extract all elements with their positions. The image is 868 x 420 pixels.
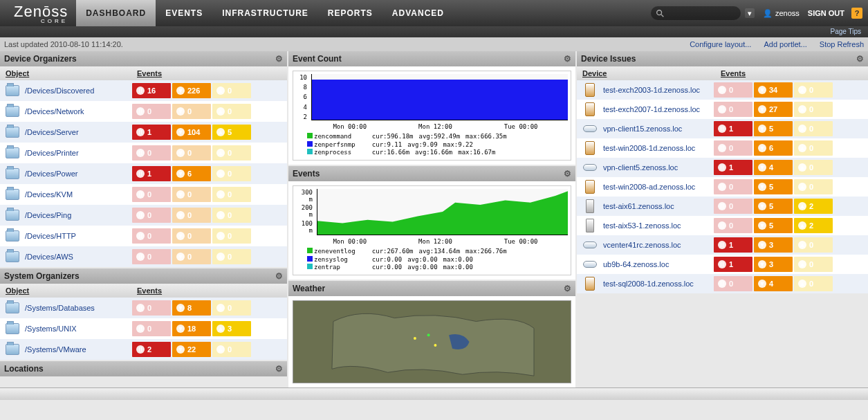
- warning-badge[interactable]: ▲0: [794, 140, 833, 156]
- organizer-link[interactable]: /Devices/Power: [25, 170, 132, 178]
- user-menu[interactable]: 👤 zenoss: [763, 9, 800, 18]
- device-link[interactable]: vpn-client15.zenoss.loc: [603, 125, 714, 133]
- device-link[interactable]: test-exch2007-1d.zenoss.loc: [603, 105, 714, 113]
- error-badge[interactable]: ▼4: [754, 160, 793, 175]
- gear-icon[interactable]: ⚙: [564, 54, 571, 64]
- critical-badge[interactable]: !!0: [132, 187, 171, 202]
- nav-events[interactable]: EVENTS: [156, 0, 212, 26]
- warning-badge[interactable]: ▲0: [212, 166, 251, 181]
- search-dropdown[interactable]: ▾: [745, 8, 755, 18]
- organizer-link[interactable]: /Devices/HTTP: [25, 232, 132, 240]
- signout-link[interactable]: SIGN OUT: [808, 9, 844, 17]
- warning-badge[interactable]: ▲0: [794, 257, 833, 272]
- warning-badge[interactable]: ▲5: [212, 125, 251, 140]
- organizer-link[interactable]: /Systems/Databases: [25, 304, 132, 312]
- error-badge[interactable]: ▼5: [754, 199, 793, 214]
- warning-badge[interactable]: ▲0: [212, 83, 251, 98]
- critical-badge[interactable]: !!0: [132, 249, 171, 264]
- error-badge[interactable]: ▼6: [172, 166, 211, 181]
- critical-badge[interactable]: !!1: [714, 121, 752, 136]
- error-badge[interactable]: ▼4: [754, 276, 793, 291]
- organizer-link[interactable]: /Devices/KVM: [25, 190, 132, 199]
- error-badge[interactable]: ▼0: [172, 208, 211, 223]
- warning-badge[interactable]: ▲0: [794, 179, 833, 194]
- critical-badge[interactable]: !!0: [132, 228, 171, 244]
- col-events[interactable]: Events: [137, 69, 162, 77]
- organizer-link[interactable]: /Devices/Server: [25, 128, 132, 136]
- warning-badge[interactable]: ▲0: [794, 82, 833, 98]
- organizer-link[interactable]: /Devices/Network: [25, 107, 132, 116]
- gear-icon[interactable]: ⚙: [564, 169, 571, 179]
- device-link[interactable]: test-sql2008-1d.zenoss.loc: [603, 280, 714, 288]
- search-input[interactable]: [651, 6, 741, 20]
- critical-badge[interactable]: !!0: [132, 321, 171, 336]
- device-link[interactable]: vcenter41rc.zenoss.loc: [603, 241, 714, 249]
- critical-badge[interactable]: !!0: [714, 102, 752, 117]
- configure-layout-link[interactable]: Configure layout...: [690, 40, 751, 48]
- error-badge[interactable]: ▼0: [172, 249, 211, 264]
- stop-refresh-link[interactable]: Stop Refresh: [820, 40, 864, 48]
- nav-reports[interactable]: REPORTS: [318, 0, 382, 26]
- error-badge[interactable]: ▼0: [172, 187, 211, 202]
- critical-badge[interactable]: !!1: [714, 160, 752, 175]
- error-badge[interactable]: ▼8: [172, 300, 211, 316]
- error-badge[interactable]: ▼0: [172, 145, 211, 161]
- warning-badge[interactable]: ▲0: [212, 342, 251, 357]
- col-events[interactable]: Events: [721, 69, 746, 77]
- organizer-link[interactable]: /Systems/VMware: [25, 345, 132, 354]
- error-badge[interactable]: ▼104: [172, 125, 211, 140]
- error-badge[interactable]: ▼5: [754, 218, 793, 233]
- gear-icon[interactable]: ⚙: [856, 54, 864, 64]
- device-link[interactable]: vpn-client5.zenoss.loc: [603, 163, 714, 172]
- error-badge[interactable]: ▼0: [172, 104, 211, 119]
- warning-badge[interactable]: ▲0: [212, 104, 251, 119]
- device-link[interactable]: test-aix61.zenoss.loc: [603, 202, 714, 210]
- critical-badge[interactable]: !!0: [714, 140, 752, 156]
- organizer-link[interactable]: /Devices/AWS: [25, 253, 132, 261]
- error-badge[interactable]: ▼18: [172, 321, 211, 336]
- warning-badge[interactable]: ▲0: [212, 300, 251, 316]
- device-link[interactable]: test-win2008-ad.zenoss.loc: [603, 183, 714, 191]
- warning-badge[interactable]: ▲0: [794, 160, 833, 175]
- critical-badge[interactable]: !!1: [132, 125, 171, 140]
- help-icon[interactable]: ?: [851, 8, 862, 19]
- error-badge[interactable]: ▼3: [754, 257, 793, 272]
- warning-badge[interactable]: ▲0: [794, 102, 833, 117]
- warning-badge[interactable]: ▲3: [212, 321, 251, 336]
- critical-badge[interactable]: !!0: [132, 300, 171, 316]
- page-tips-link[interactable]: Page Tips: [831, 28, 861, 35]
- warning-badge[interactable]: ▲0: [212, 145, 251, 161]
- critical-badge[interactable]: !!1: [714, 237, 752, 253]
- error-badge[interactable]: ▼5: [754, 121, 793, 136]
- warning-badge[interactable]: ▲0: [794, 121, 833, 136]
- device-link[interactable]: test-aix53-1.zenoss.loc: [603, 221, 714, 230]
- error-badge[interactable]: ▼34: [754, 82, 793, 98]
- critical-badge[interactable]: !!0: [132, 145, 171, 161]
- error-badge[interactable]: ▼3: [754, 237, 793, 253]
- col-events[interactable]: Events: [137, 286, 162, 295]
- critical-badge[interactable]: !!0: [714, 82, 752, 98]
- warning-badge[interactable]: ▲0: [212, 228, 251, 244]
- error-badge[interactable]: ▼22: [172, 342, 211, 357]
- error-badge[interactable]: ▼27: [754, 102, 793, 117]
- error-badge[interactable]: ▼5: [754, 179, 793, 194]
- gear-icon[interactable]: ⚙: [275, 364, 283, 374]
- critical-badge[interactable]: !!0: [714, 276, 752, 291]
- error-badge[interactable]: ▼226: [172, 83, 211, 98]
- gear-icon[interactable]: ⚙: [275, 271, 283, 281]
- gear-icon[interactable]: ⚙: [564, 284, 571, 293]
- warning-badge[interactable]: ▲0: [794, 237, 833, 253]
- nav-dashboard[interactable]: DASHBOARD: [76, 0, 156, 26]
- critical-badge[interactable]: !!1: [132, 166, 171, 181]
- device-link[interactable]: ub9b-64.zenoss.loc: [603, 260, 714, 268]
- organizer-link[interactable]: /Systems/UNIX: [25, 325, 132, 333]
- add-portlet-link[interactable]: Add portlet...: [764, 40, 806, 48]
- error-badge[interactable]: ▼0: [172, 228, 211, 244]
- warning-badge[interactable]: ▲0: [212, 208, 251, 223]
- critical-badge[interactable]: !!0: [714, 179, 752, 194]
- organizer-link[interactable]: /Devices/Ping: [25, 211, 132, 219]
- warning-badge[interactable]: ▲0: [212, 249, 251, 264]
- critical-badge[interactable]: !!0: [132, 208, 171, 223]
- device-link[interactable]: test-exch2003-1d.zenoss.loc: [603, 86, 714, 94]
- col-object[interactable]: Object: [6, 286, 137, 295]
